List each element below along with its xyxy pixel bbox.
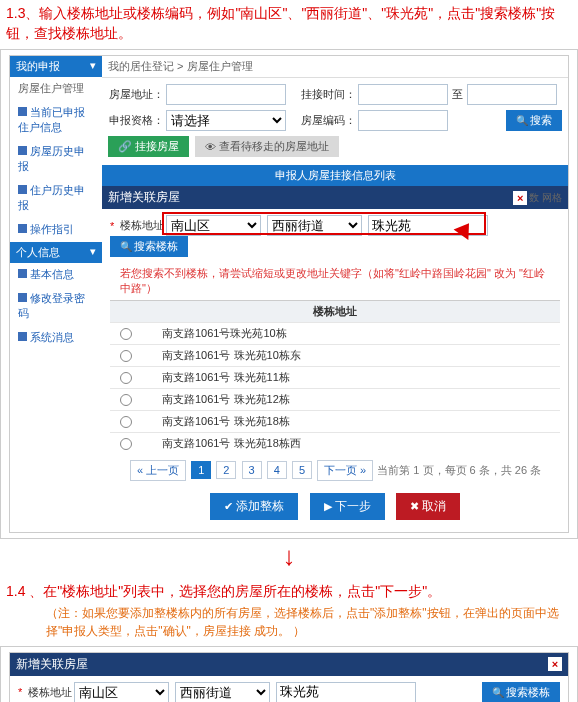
check-icon: ✔ bbox=[224, 500, 233, 513]
radio-icon[interactable] bbox=[120, 328, 132, 340]
code-input[interactable] bbox=[358, 110, 448, 131]
square-icon bbox=[18, 107, 27, 116]
list-title-bar: 申报人房屋挂接信息列表 bbox=[102, 165, 568, 186]
link-icon: 🔗 bbox=[118, 140, 132, 153]
qual-select[interactable]: 请选择 bbox=[166, 110, 286, 131]
qual-label: 申报资格： bbox=[108, 113, 164, 128]
pager-page[interactable]: 1 bbox=[191, 461, 211, 479]
radio-icon[interactable] bbox=[120, 350, 132, 362]
district-select[interactable]: 南山区 bbox=[166, 215, 261, 236]
arrow-down-icon: ↓ bbox=[0, 539, 578, 578]
step14-instruction: 1.4 、在"楼栋地址"列表中，选择您的房屋所在的楼栋，点击"下一步"。 bbox=[0, 578, 578, 602]
sidebar-group-house[interactable]: 房屋住户管理 bbox=[10, 77, 102, 101]
block-input[interactable] bbox=[276, 682, 416, 702]
note-text: 若您搜索不到楼栋，请尝试缩短或更改地址关键字（如将"红岭中路国岭花园" 改为 "… bbox=[110, 262, 560, 300]
add-block-button[interactable]: ✔添加整栋 bbox=[210, 493, 298, 520]
cancel-button[interactable]: ✖取消 bbox=[396, 493, 460, 520]
sidebar-item-sysmsg[interactable]: 系统消息 bbox=[10, 326, 102, 350]
eye-icon: 👁 bbox=[205, 141, 216, 153]
square-icon bbox=[18, 332, 27, 341]
list-item[interactable]: 南支路1061号 珠光苑18栋 bbox=[110, 410, 560, 432]
sidebar-item-basic[interactable]: 基本信息 bbox=[10, 263, 102, 287]
pager-page[interactable]: 2 bbox=[216, 461, 236, 479]
sidebar-item-guide[interactable]: 操作指引 bbox=[10, 218, 102, 242]
pager-prev[interactable]: « 上一页 bbox=[130, 460, 186, 481]
time-from-input[interactable] bbox=[358, 84, 448, 105]
modal-title-bar-2: 新增关联房屋 × bbox=[10, 653, 568, 676]
radio-icon[interactable] bbox=[120, 438, 132, 450]
sidebar: 我的申报▾ 房屋住户管理 当前已申报住户信息 房屋历史申报 住户历史申报 操作指… bbox=[10, 56, 102, 350]
square-icon bbox=[18, 293, 27, 302]
list-item[interactable]: 南支路1061号 珠光苑11栋 bbox=[110, 366, 560, 388]
close-icon[interactable]: × bbox=[513, 191, 527, 205]
view-pending-button[interactable]: 👁查看待移走的房屋地址 bbox=[195, 136, 339, 157]
sidebar-item-password[interactable]: 修改登录密码 bbox=[10, 287, 102, 326]
modal-addr-label: 楼栋地址 bbox=[116, 218, 164, 233]
sidebar-item-history-resident[interactable]: 住户历史申报 bbox=[10, 179, 102, 218]
sidebar-item-history-house[interactable]: 房屋历史申报 bbox=[10, 140, 102, 179]
x-icon: ✖ bbox=[410, 500, 419, 513]
addr-input[interactable] bbox=[166, 84, 286, 105]
square-icon bbox=[18, 185, 27, 194]
list-item[interactable]: 南支路1061号珠光苑10栋 bbox=[110, 322, 560, 344]
addr-label: 房屋地址： bbox=[108, 87, 164, 102]
tab-tag: 数 网格 bbox=[529, 191, 562, 205]
search-button[interactable]: 搜索 bbox=[506, 110, 562, 131]
radio-icon[interactable] bbox=[120, 372, 132, 384]
pager-info: 当前第 1 页，每页 6 条，共 26 条 bbox=[377, 464, 541, 476]
time-label: 挂接时间： bbox=[300, 87, 356, 102]
search-building-button[interactable]: 搜索楼栋 bbox=[482, 682, 560, 702]
next-button[interactable]: ▶下一步 bbox=[310, 493, 385, 520]
step14-note: （注：如果您要添加整楼栋内的所有房屋，选择楼栋后，点击"添加整栋"按钮，在弹出的… bbox=[0, 602, 578, 646]
radio-icon[interactable] bbox=[120, 416, 132, 428]
caret-icon: ▾ bbox=[90, 245, 96, 258]
list-item[interactable]: 南支路1061号 珠光苑18栋西 bbox=[110, 432, 560, 454]
sidebar-head-personal[interactable]: 个人信息▾ bbox=[10, 242, 102, 263]
caret-icon: ▾ bbox=[90, 59, 96, 72]
sidebar-head-declare[interactable]: 我的申报▾ bbox=[10, 56, 102, 77]
close-icon[interactable]: × bbox=[548, 657, 562, 671]
square-icon bbox=[18, 269, 27, 278]
list-header: 楼栋地址 bbox=[110, 300, 560, 322]
to-label: 至 bbox=[452, 87, 463, 102]
code-label: 房屋编码： bbox=[300, 113, 356, 128]
pagination: « 上一页 1 2 3 4 5 下一页 » 当前第 1 页，每页 6 条，共 2… bbox=[110, 454, 560, 487]
pager-page[interactable]: 5 bbox=[292, 461, 312, 479]
attach-house-button[interactable]: 🔗挂接房屋 bbox=[108, 136, 189, 157]
square-icon bbox=[18, 224, 27, 233]
pager-page[interactable]: 3 bbox=[242, 461, 262, 479]
time-to-input[interactable] bbox=[467, 84, 557, 105]
arrow-right-icon: ▶ bbox=[324, 500, 332, 513]
list-item[interactable]: 南支路1061号 珠光苑10栋东 bbox=[110, 344, 560, 366]
street-select[interactable]: 西丽街道 bbox=[175, 682, 270, 702]
radio-icon[interactable] bbox=[120, 394, 132, 406]
square-icon bbox=[18, 146, 27, 155]
pager-next[interactable]: 下一页 » bbox=[317, 460, 373, 481]
modal-title-bar: 新增关联房屋 × 数 网格 bbox=[102, 186, 568, 209]
sidebar-item-current[interactable]: 当前已申报住户信息 bbox=[10, 101, 102, 140]
street-select[interactable]: 西丽街道 bbox=[267, 215, 362, 236]
search-building-button[interactable]: 搜索楼栋 bbox=[110, 236, 188, 257]
district-select[interactable]: 南山区 bbox=[74, 682, 169, 702]
pager-page[interactable]: 4 bbox=[267, 461, 287, 479]
step13-instruction: 1.3、输入楼栋地址或楼栋编码，例如"南山区"、"西丽街道"、"珠光苑"，点击"… bbox=[0, 0, 578, 49]
breadcrumb: 我的居住登记 > 房屋住户管理 bbox=[102, 56, 568, 78]
modal-addr-label: 楼栋地址 bbox=[24, 685, 72, 700]
list-item[interactable]: 南支路1061号 珠光苑12栋 bbox=[110, 388, 560, 410]
